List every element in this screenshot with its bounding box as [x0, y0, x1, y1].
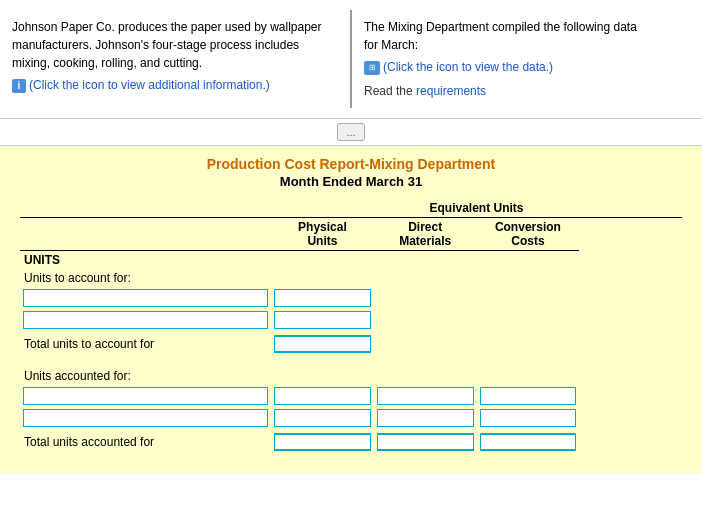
read-requirements-row: Read the requirements — [364, 82, 690, 100]
table-click-text[interactable]: (Click the icon to view the data.) — [383, 60, 553, 74]
desc-input-2-cell — [20, 309, 271, 331]
info-click-text[interactable]: (Click the icon to view additional infor… — [29, 78, 270, 92]
acc-dm-input-2-cell — [374, 407, 477, 429]
total-accounted-label: Total units accounted for — [20, 429, 271, 453]
ellipsis-row: ... — [0, 119, 702, 146]
units-accounted-input-row-2 — [20, 407, 682, 429]
requirements-link[interactable]: requirements — [416, 84, 486, 98]
total-account-row: Total units to account for — [20, 331, 682, 355]
report-subtitle: Month Ended March 31 — [20, 174, 682, 189]
units-to-account-row: Units to account for: — [20, 269, 682, 287]
right-text: The Mixing Department compiled the follo… — [364, 18, 690, 54]
eq-units-header-row: Equivalent Units — [20, 199, 682, 218]
separator-row — [20, 355, 682, 367]
acc-desc-input-2-cell — [20, 407, 271, 429]
acc-desc-input-1[interactable] — [23, 387, 268, 405]
units-account-input-row-2 — [20, 309, 682, 331]
acc-dm-input-1[interactable] — [377, 387, 474, 405]
report-title: Production Cost Report-Mixing Department — [20, 156, 682, 172]
units-accounted-row: Units accounted for: — [20, 367, 682, 385]
top-right-panel: The Mixing Department compiled the follo… — [352, 10, 702, 108]
acc-phys-input-2[interactable] — [274, 409, 371, 427]
col-headers-row: Physical Units Direct Materials Conversi… — [20, 218, 682, 251]
left-icon-row: i(Click the icon to view additional info… — [12, 76, 338, 94]
acc-conv-input-2-cell — [477, 407, 580, 429]
total-accounted-row: Total units accounted for — [20, 429, 682, 453]
desc-input-2[interactable] — [23, 311, 268, 329]
acc-phys-input-1[interactable] — [274, 387, 371, 405]
acc-desc-input-2[interactable] — [23, 409, 268, 427]
acc-desc-input-1-cell — [20, 385, 271, 407]
acc-dm-input-1-cell — [374, 385, 477, 407]
total-account-label: Total units to account for — [20, 331, 271, 355]
acc-phys-input-1-cell — [271, 385, 374, 407]
ellipsis-button[interactable]: ... — [337, 123, 364, 141]
total-acc-phys-cell — [271, 429, 374, 453]
desc-input-1[interactable] — [23, 289, 268, 307]
report-area: Production Cost Report-Mixing Department… — [0, 146, 702, 473]
units-account-input-row-1 — [20, 287, 682, 309]
total-acc-dm-cell — [374, 429, 477, 453]
total-acc-phys-input[interactable] — [274, 433, 371, 451]
total-account-input[interactable] — [274, 335, 371, 353]
desc-input-1-cell — [20, 287, 271, 309]
total-acc-conv-input[interactable] — [480, 433, 577, 451]
acc-conv-input-1[interactable] — [480, 387, 577, 405]
left-text: Johnson Paper Co. produces the paper use… — [12, 18, 338, 72]
phys-input-2[interactable] — [274, 311, 371, 329]
units-accounted-label: Units accounted for: — [20, 367, 271, 385]
acc-conv-input-2[interactable] — [480, 409, 577, 427]
total-acc-dm-input[interactable] — [377, 433, 474, 451]
phys-input-1[interactable] — [274, 289, 371, 307]
units-label: UNITS — [20, 251, 271, 270]
acc-conv-input-1-cell — [477, 385, 580, 407]
total-acc-conv-cell — [477, 429, 580, 453]
units-to-account-label: Units to account for: — [20, 269, 271, 287]
acc-dm-input-2[interactable] — [377, 409, 474, 427]
eq-units-label: Equivalent Units — [374, 199, 579, 218]
units-col-header — [20, 218, 271, 251]
acc-phys-input-2-cell — [271, 407, 374, 429]
units-accounted-input-row-1 — [20, 385, 682, 407]
table-icon[interactable]: ⊞ — [364, 61, 380, 75]
units-header-row: UNITS — [20, 251, 682, 270]
info-icon[interactable]: i — [12, 79, 26, 93]
top-section: Johnson Paper Co. produces the paper use… — [0, 0, 702, 119]
report-table: Equivalent Units Physical Units Direct M… — [20, 199, 682, 453]
right-icon-row: ⊞(Click the icon to view the data.) — [364, 58, 690, 76]
phys-input-1-cell — [271, 287, 374, 309]
total-account-input-cell — [271, 331, 374, 355]
top-left-panel: Johnson Paper Co. produces the paper use… — [0, 10, 352, 108]
phys-input-2-cell — [271, 309, 374, 331]
